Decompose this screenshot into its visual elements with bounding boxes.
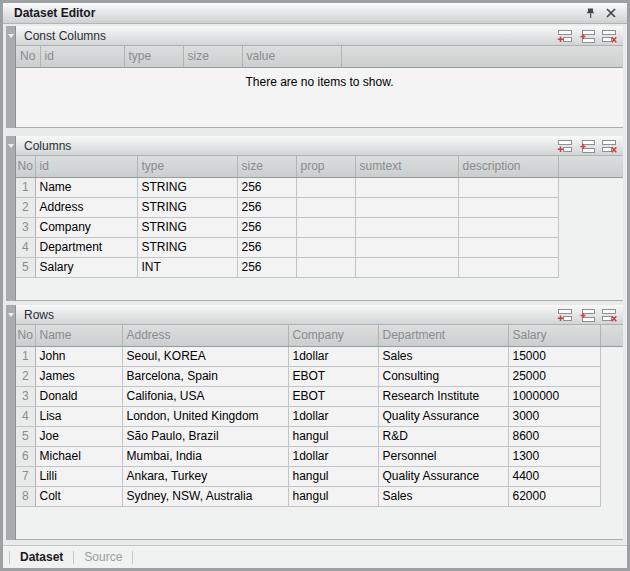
add-row-icon[interactable] bbox=[557, 29, 574, 43]
cell-description[interactable] bbox=[458, 257, 558, 277]
cell-company[interactable]: hangul bbox=[288, 466, 378, 486]
cell-prop[interactable] bbox=[296, 257, 355, 277]
cell-salary[interactable]: 25000 bbox=[508, 366, 600, 386]
cell-description[interactable] bbox=[458, 177, 558, 197]
add-row-icon[interactable] bbox=[557, 308, 574, 322]
cell-size[interactable]: 256 bbox=[237, 257, 296, 277]
tab-dataset[interactable]: Dataset bbox=[10, 550, 73, 564]
cell-prop[interactable] bbox=[296, 217, 355, 237]
cell-company[interactable]: hangul bbox=[288, 426, 378, 446]
cell-salary[interactable]: 15000 bbox=[508, 346, 600, 366]
cell-sumtext[interactable] bbox=[355, 217, 458, 237]
collapse-button-rows[interactable] bbox=[6, 305, 16, 540]
cell-salary[interactable]: 1000000 bbox=[508, 386, 600, 406]
cell-name[interactable]: Lisa bbox=[35, 406, 122, 426]
column-header-no[interactable]: No bbox=[16, 325, 35, 346]
column-header-salary[interactable]: Salary bbox=[508, 325, 600, 346]
cell-salary[interactable]: 3000 bbox=[508, 406, 600, 426]
column-header-size[interactable]: size bbox=[183, 46, 242, 67]
tab-source[interactable]: Source bbox=[74, 550, 132, 564]
column-header-size[interactable]: size bbox=[237, 156, 296, 177]
row-number-cell[interactable]: 2 bbox=[16, 197, 35, 217]
cell-id[interactable]: Salary bbox=[35, 257, 137, 277]
cell-size[interactable]: 256 bbox=[237, 217, 296, 237]
row-number-cell[interactable]: 4 bbox=[16, 406, 35, 426]
row-number-cell[interactable]: 4 bbox=[16, 237, 35, 257]
cell-department[interactable]: Personnel bbox=[378, 446, 508, 466]
column-header-company[interactable]: Company bbox=[288, 325, 378, 346]
collapse-button-columns[interactable] bbox=[6, 136, 16, 301]
column-header-description[interactable]: description bbox=[458, 156, 558, 177]
row-number-cell[interactable]: 3 bbox=[16, 217, 35, 237]
cell-description[interactable] bbox=[458, 197, 558, 217]
cell-name[interactable]: Donald bbox=[35, 386, 122, 406]
cell-sumtext[interactable] bbox=[355, 177, 458, 197]
insert-row-icon[interactable] bbox=[579, 29, 596, 43]
cell-department[interactable]: Sales bbox=[378, 486, 508, 506]
column-header-id[interactable]: id bbox=[35, 156, 137, 177]
cell-prop[interactable] bbox=[296, 177, 355, 197]
cell-department[interactable]: Consulting bbox=[378, 366, 508, 386]
cell-description[interactable] bbox=[458, 237, 558, 257]
cell-size[interactable]: 256 bbox=[237, 177, 296, 197]
cell-company[interactable]: 1dollar bbox=[288, 406, 378, 426]
pin-icon[interactable] bbox=[583, 6, 598, 20]
delete-row-icon[interactable] bbox=[601, 308, 618, 322]
cell-address[interactable]: Mumbai, India bbox=[122, 446, 288, 466]
delete-row-icon[interactable] bbox=[601, 139, 618, 153]
insert-row-icon[interactable] bbox=[579, 139, 596, 153]
cell-id[interactable]: Company bbox=[35, 217, 137, 237]
cell-company[interactable]: EBOT bbox=[288, 386, 378, 406]
cell-type[interactable]: INT bbox=[137, 257, 237, 277]
cell-company[interactable]: hangul bbox=[288, 486, 378, 506]
column-header-prop[interactable]: prop bbox=[296, 156, 355, 177]
column-header-type[interactable]: type bbox=[124, 46, 183, 67]
cell-address[interactable]: São Paulo, Brazil bbox=[122, 426, 288, 446]
cell-salary[interactable]: 8600 bbox=[508, 426, 600, 446]
cell-type[interactable]: STRING bbox=[137, 217, 237, 237]
cell-id[interactable]: Department bbox=[35, 237, 137, 257]
cell-sumtext[interactable] bbox=[355, 237, 458, 257]
column-header-value[interactable]: value bbox=[242, 46, 341, 67]
delete-row-icon[interactable] bbox=[601, 29, 618, 43]
column-header-department[interactable]: Department bbox=[378, 325, 508, 346]
cell-name[interactable]: Joe bbox=[35, 426, 122, 446]
column-header-address[interactable]: Address bbox=[122, 325, 288, 346]
cell-salary[interactable]: 62000 bbox=[508, 486, 600, 506]
row-number-cell[interactable]: 1 bbox=[16, 177, 35, 197]
cell-address[interactable]: Ankara, Turkey bbox=[122, 466, 288, 486]
cell-address[interactable]: Barcelona, Spain bbox=[122, 366, 288, 386]
cell-sumtext[interactable] bbox=[355, 257, 458, 277]
add-row-icon[interactable] bbox=[557, 139, 574, 153]
cell-sumtext[interactable] bbox=[355, 197, 458, 217]
row-number-cell[interactable]: 5 bbox=[16, 426, 35, 446]
row-number-cell[interactable]: 3 bbox=[16, 386, 35, 406]
cell-company[interactable]: 1dollar bbox=[288, 346, 378, 366]
cell-name[interactable]: John bbox=[35, 346, 122, 366]
cell-name[interactable]: Lilli bbox=[35, 466, 122, 486]
cell-department[interactable]: Research Institute bbox=[378, 386, 508, 406]
cell-size[interactable]: 256 bbox=[237, 197, 296, 217]
cell-address[interactable]: Sydney, NSW, Australia bbox=[122, 486, 288, 506]
row-number-cell[interactable]: 8 bbox=[16, 486, 35, 506]
cell-department[interactable]: Sales bbox=[378, 346, 508, 366]
cell-name[interactable]: Colt bbox=[35, 486, 122, 506]
cell-name[interactable]: James bbox=[35, 366, 122, 386]
cell-id[interactable]: Name bbox=[35, 177, 137, 197]
cell-address[interactable]: Seoul, KOREA bbox=[122, 346, 288, 366]
cell-address[interactable]: London, United Kingdom bbox=[122, 406, 288, 426]
cell-company[interactable]: EBOT bbox=[288, 366, 378, 386]
cell-salary[interactable]: 4400 bbox=[508, 466, 600, 486]
row-number-cell[interactable]: 2 bbox=[16, 366, 35, 386]
column-header-no[interactable]: No bbox=[16, 156, 35, 177]
row-number-cell[interactable]: 6 bbox=[16, 446, 35, 466]
column-header-name[interactable]: Name bbox=[35, 325, 122, 346]
cell-department[interactable]: Quality Assurance bbox=[378, 466, 508, 486]
cell-address[interactable]: Califonia, USA bbox=[122, 386, 288, 406]
collapse-button-const-columns[interactable] bbox=[6, 26, 16, 128]
cell-id[interactable]: Address bbox=[35, 197, 137, 217]
row-number-cell[interactable]: 1 bbox=[16, 346, 35, 366]
cell-size[interactable]: 256 bbox=[237, 237, 296, 257]
cell-type[interactable]: STRING bbox=[137, 237, 237, 257]
cell-company[interactable]: 1dollar bbox=[288, 446, 378, 466]
